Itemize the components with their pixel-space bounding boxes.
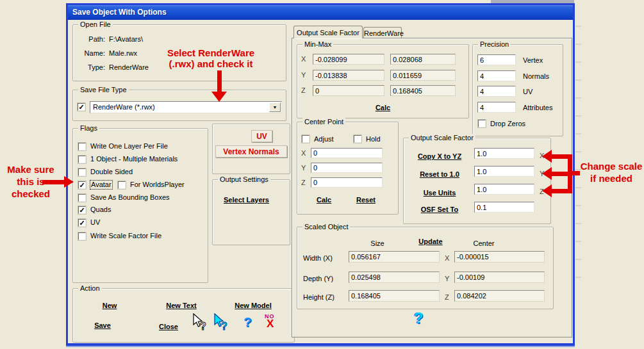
path-value: F:\Avatars\ [109,35,143,43]
size-header: Size [358,239,397,247]
drop-zeros-checkbox[interactable] [478,120,486,127]
precision-normals-field[interactable] [477,70,516,81]
flag-bounding-boxes-checkbox[interactable] [78,194,86,202]
osf-x-field[interactable] [474,148,534,159]
red-connector [571,171,580,175]
center-header: Center [465,239,503,247]
cursor-help-cyan-icon[interactable]: ? [213,313,229,331]
size-y-field[interactable] [349,272,440,283]
precision-uv-label: UV [523,88,533,95]
axis-z-label: Z [301,86,306,94]
osf-set-to-link[interactable]: OSF Set To [408,206,472,213]
flag-write-one-layer-checkbox[interactable] [78,143,86,150]
new-model-link[interactable]: New Model [227,302,279,309]
center-y-field[interactable] [454,272,545,283]
vertex-normals-button[interactable]: Vertex Normals [215,145,287,158]
flag-avatar-checkbox[interactable]: ✓ [78,181,86,189]
save-object-dialog: Save Object With Options Open File Path:… [66,3,575,346]
no-close-icon[interactable]: X [267,318,274,330]
size-z-field[interactable] [349,290,440,302]
close-link[interactable]: Close [149,323,188,330]
center-point-legend: Center Point [302,118,345,126]
tools-box: UV Vertex Normals [212,124,290,174]
minmax-z-min-field[interactable] [313,85,384,96]
minmax-y-min-field[interactable] [313,70,384,81]
help-icon[interactable]: ? [244,314,252,330]
osf-z-field[interactable] [474,184,534,195]
pane-help-icon[interactable]: ? [414,309,424,327]
copy-x-to-yz-link[interactable]: Copy X to YZ [408,152,472,160]
flag-double-sided-checkbox[interactable] [78,168,86,176]
annotation-line: Select RenderWare [154,47,268,58]
red-arrow-left-icon-y [542,167,552,180]
dialog-title: Save Object With Options [72,8,167,17]
axis-z-label: Z [301,179,306,186]
minmax-x-max-field[interactable] [390,54,456,65]
screen: Save Object With Options Open File Path:… [0,0,644,349]
file-type-dropdown[interactable]: RenderWare (*.rwx) ▼ [90,101,282,113]
axis-z-label: Z [445,293,449,301]
file-type-dropdown-value: RenderWare (*.rwx) [93,103,155,111]
center-x-field[interactable] [311,148,383,158]
precision-uv-field[interactable] [477,86,516,97]
dropdown-arrow-icon[interactable]: ▼ [269,102,281,112]
osf-y-field[interactable] [474,166,534,177]
center-y-field[interactable] [311,163,383,173]
save-link[interactable]: Save [83,321,122,329]
update-link[interactable]: Update [411,238,450,245]
flag-uv-label: UV [90,218,100,227]
type-value: RenderWare [109,63,149,71]
cursor-help-icon[interactable]: ? [192,313,208,331]
flag-quads-checkbox[interactable]: ✓ [78,206,86,214]
depth-y-label: Depth (Y) [303,275,333,282]
axis-y-label: Y [445,275,449,282]
tab-renderware[interactable]: RenderWare [363,27,402,38]
use-units-link[interactable]: Use Units [408,189,472,197]
flag-double-sided-label: Double Sided [90,168,133,176]
new-text-link[interactable]: New Text [159,302,204,309]
minmax-x-min-field[interactable] [313,54,384,65]
axis-x-label: X [301,55,306,63]
center-reset-link[interactable]: Reset [356,196,376,204]
center-calc-link[interactable]: Calc [317,196,331,204]
red-arrow-left-shaft-x [551,154,569,159]
new-link[interactable]: New [90,302,129,309]
osf-set-to-field[interactable] [474,202,534,213]
center-z-field[interactable] [311,177,383,188]
size-x-field[interactable] [349,251,440,263]
flag-avatar-label: Avatar [90,181,112,189]
flag-uv-checkbox[interactable]: ✓ [78,219,86,227]
minmax-calc-link[interactable]: Calc [297,104,468,111]
open-file-legend: Open File [78,20,113,28]
action-group: Action New New Text New Model Save Close… [72,288,295,343]
reset-to-1-link[interactable]: Reset to 1.0 [408,170,472,178]
min-max-legend: Min-Max [302,40,333,48]
save-file-type-checkbox[interactable]: ✓ [78,103,85,111]
red-arrow-down-shaft [217,70,222,92]
title-bar[interactable]: Save Object With Options [68,5,573,20]
uv-button[interactable]: UV [251,130,272,142]
precision-vertex-field[interactable] [477,54,516,65]
annotation-line: checked [0,188,62,200]
flag-write-scale-factor-checkbox[interactable] [78,232,86,240]
min-max-group: Min-Max X Y Z Calc [297,44,469,118]
flag-one-object-checkbox[interactable] [78,156,86,163]
tab-output-scale-factor[interactable]: Output Scale Factor [293,26,363,38]
center-x-field[interactable] [454,251,545,263]
red-arrow-right-icon [64,176,74,188]
tab-page: Min-Max X Y Z Calc Precision Vertex Norm… [292,38,572,337]
adjust-checkbox[interactable] [302,135,310,143]
red-arrow-down-icon [211,92,227,102]
center-z-field[interactable] [454,290,545,302]
minmax-y-max-field[interactable] [390,70,456,81]
center-point-group: Center Point Adjust Hold X Y Z Calc Rese… [297,122,399,215]
annotation-change-scale: Change scale if needed [579,160,644,184]
precision-attributes-field[interactable] [477,102,516,113]
flag-for-worldsplayer-checkbox[interactable] [118,181,126,189]
red-arrow-left-shaft-y [551,172,569,176]
minmax-z-max-field[interactable] [390,85,456,96]
select-layers-link[interactable]: Select Layers [224,196,269,204]
svg-text:?: ? [200,321,206,331]
hold-checkbox[interactable] [354,135,361,143]
drop-zeros-label: Drop Zeros [490,120,525,128]
